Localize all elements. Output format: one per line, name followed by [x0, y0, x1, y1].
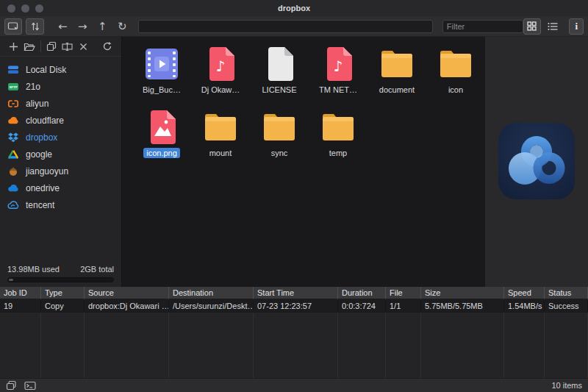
table-filler [386, 313, 421, 378]
google-drive-icon [7, 149, 19, 160]
list-view-button[interactable] [544, 18, 562, 35]
window-panel-icon [7, 21, 19, 32]
column-header[interactable]: Size [421, 287, 504, 299]
sidebar-item-cloudflare[interactable]: cloudflare [0, 112, 121, 129]
file-item-folder[interactable]: sync [250, 109, 309, 172]
table-filler [338, 313, 386, 378]
column-header[interactable]: Duration [338, 287, 386, 299]
file-label: mount [207, 148, 235, 158]
column-header[interactable]: Status [545, 287, 588, 299]
close-icon [79, 43, 87, 51]
job-cell-destination[interactable]: /Users/surunzi/Deskt… [169, 299, 254, 313]
sidebar-item-aliyun[interactable]: aliyun [0, 95, 121, 112]
main-area: Local Disk SFTP 21o aliyun [0, 37, 588, 287]
items-count: 10 items [551, 381, 582, 390]
remote-label: dropbox [26, 132, 57, 143]
file-item-image-selected[interactable]: icon.png [132, 109, 191, 172]
folder-icon [320, 112, 356, 143]
sidebar-item-google[interactable]: google [0, 146, 121, 163]
file-item-audio[interactable]: ♪ Dj Okaw… [191, 46, 250, 109]
title-bar: dropbox [0, 0, 588, 16]
job-cell-size[interactable]: 5.75MB/5.75MB [421, 299, 504, 313]
dropbox-icon [7, 132, 19, 143]
sidebar-item-onedrive[interactable]: onedrive [0, 179, 121, 196]
column-header[interactable]: Source [85, 287, 169, 299]
refresh-button[interactable]: ↻ [112, 20, 132, 33]
toggle-transfers-panel-button[interactable] [26, 18, 43, 35]
job-cell-speed[interactable]: 1.54MB/s [504, 299, 545, 313]
column-header[interactable]: Type [41, 287, 85, 299]
column-header[interactable]: Speed [504, 287, 545, 299]
info-icon: i [575, 21, 578, 32]
file-item-folder[interactable]: document [368, 46, 426, 109]
remote-label: onedrive [26, 183, 60, 193]
folder-icon [203, 112, 238, 143]
audio-file-icon: ♪ [323, 46, 353, 82]
open-remote-button[interactable] [21, 38, 37, 54]
copy-remote-button[interactable] [44, 38, 60, 54]
add-remote-button[interactable] [6, 38, 21, 54]
address-input[interactable] [138, 20, 433, 33]
remote-label: jianguoyun [26, 166, 68, 177]
tencent-cloud-icon [7, 200, 19, 210]
table-filler [169, 313, 254, 378]
column-header[interactable]: Destination [169, 287, 254, 299]
toggle-remotes-panel-button[interactable] [4, 18, 22, 35]
copy-icon [46, 41, 57, 51]
job-cell-start-time[interactable]: 07-23 12:23:57 [254, 299, 338, 313]
column-header[interactable]: Start Time [254, 287, 338, 299]
terminal-icon[interactable] [24, 381, 36, 391]
job-cell-type[interactable]: Copy [41, 299, 85, 313]
file-label: icon [445, 85, 466, 95]
info-panel-button[interactable]: i [569, 18, 584, 35]
file-grid: Big_Buc… ♪ Dj Okaw… LICENSE [132, 46, 485, 172]
remote-label: google [26, 149, 52, 160]
forward-button[interactable]: → [73, 20, 93, 33]
table-filler [85, 313, 169, 378]
file-item-folder[interactable]: icon [426, 46, 485, 109]
transfers-status-icon[interactable] [6, 380, 17, 391]
job-cell-id[interactable]: 19 [0, 299, 41, 313]
job-cell-file[interactable]: 1/1 [386, 299, 421, 313]
table-filler [421, 313, 504, 378]
toolbar-divider [40, 40, 41, 52]
image-file-icon [147, 110, 176, 145]
table-filler [545, 313, 588, 378]
file-item-document[interactable]: LICENSE [250, 46, 309, 109]
file-item-audio[interactable]: ♪ TM NET… [309, 46, 368, 109]
remote-label: tencent [26, 200, 54, 210]
svg-text:♪: ♪ [216, 57, 226, 75]
sidebar-item-dropbox[interactable]: dropbox [0, 129, 121, 146]
sidebar-item-21o[interactable]: SFTP 21o [0, 78, 121, 95]
up-button[interactable]: ↑ [93, 20, 112, 33]
main-toolbar: ← → ↑ ↻ i [0, 16, 588, 37]
rename-remote-button[interactable] [60, 38, 75, 54]
sidebar-toolbar [0, 37, 121, 57]
column-header[interactable]: File [386, 287, 421, 299]
sidebar-item-local-disk[interactable]: Local Disk [0, 61, 121, 78]
video-file-icon [145, 48, 179, 80]
table-filler [41, 313, 85, 378]
onedrive-icon [7, 183, 19, 193]
column-header[interactable]: Job ID [0, 287, 41, 299]
file-label: Dj Okaw… [198, 85, 243, 95]
sidebar: Local Disk SFTP 21o aliyun [0, 37, 122, 287]
grid-view-button[interactable] [523, 18, 541, 35]
filter-input[interactable] [442, 20, 523, 33]
job-cell-status[interactable]: Success [545, 299, 588, 313]
table-filler [504, 313, 545, 378]
delete-remote-button[interactable] [75, 38, 90, 54]
sidebar-item-jianguoyun[interactable]: jianguoyun [0, 163, 121, 179]
back-button[interactable]: ← [53, 20, 73, 33]
job-cell-source[interactable]: dropbox:Dj Okawari … [85, 299, 169, 313]
refresh-remotes-button[interactable] [100, 38, 115, 54]
file-item-folder[interactable]: temp [309, 109, 368, 172]
file-item-folder[interactable]: mount [191, 109, 250, 172]
usage-progress-bar [7, 277, 114, 282]
file-item-video[interactable]: Big_Buc… [132, 46, 191, 109]
transfer-jobs-table: Job ID Type Source Destination Start Tim… [0, 287, 588, 378]
usage-progress-fill [9, 279, 13, 281]
sidebar-item-tencent[interactable]: tencent [0, 196, 121, 213]
app-window: dropbox ← → ↑ ↻ [0, 0, 588, 392]
job-cell-duration[interactable]: 0:0:3:724 [338, 299, 386, 313]
